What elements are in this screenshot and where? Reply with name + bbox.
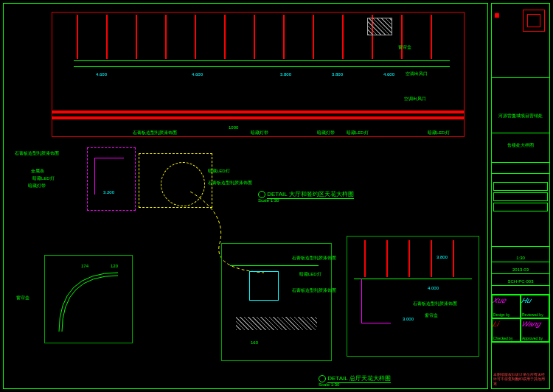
ann-left-2: 金属条 (31, 168, 44, 175)
sig-3-label: Checked by (493, 336, 519, 340)
joist (224, 15, 226, 59)
ann-strip-2: 暗藏灯带 (251, 130, 268, 136)
br-joist (386, 240, 388, 277)
ann-curtain-box: 窗帘盒 (398, 44, 411, 51)
tb-scale: 1:30 (492, 254, 549, 262)
sig-4-label: Approved by (522, 336, 548, 340)
tb-dwgno: SCH-PC-003 (492, 278, 549, 286)
ann-left-3: 暗藏LED灯 (32, 175, 55, 182)
bc-hatch (236, 317, 317, 330)
br-elev-1: 3.800 (437, 255, 448, 259)
bc-ann-2: 暗藏LED灯 (299, 271, 321, 278)
titleblock: 深圳市洪涛装饰工程有限公司 河源雷曼城项目营销处 售楼处大样图 1:30 201… (491, 3, 550, 389)
joist (401, 15, 403, 59)
left-profile (94, 158, 124, 158)
bl-arc (52, 265, 125, 339)
ann-strip-1: 暗藏灯带 (317, 130, 335, 136)
bl-dim-1: 174 (81, 264, 88, 268)
br-joist (364, 240, 366, 277)
joist (165, 15, 167, 59)
br-ann-2: 窗帘盒 (425, 312, 438, 319)
callout-gyp: 石膏板造型乳胶漆饰面 (208, 180, 252, 186)
br-joist (431, 240, 432, 277)
beam-bot (52, 116, 465, 119)
joist (254, 15, 255, 59)
left-profile (94, 158, 95, 195)
bl-dim-2: 120 (111, 264, 118, 268)
elev-1: 4.600 (96, 72, 107, 77)
dim-1000: 1000 (229, 125, 238, 130)
br-joist (408, 240, 410, 277)
main-title-text: DETAIL 大厅和签约区天花大样图 (267, 191, 353, 199)
ann-led-2: 暗藏LED灯 (347, 130, 369, 136)
ann-ac-1: 空调出风口 (406, 71, 428, 77)
br-line (354, 279, 472, 279)
ann-led-1: 暗藏LED灯 (428, 130, 450, 136)
ac-vent (367, 18, 392, 35)
br-ann-1: 石膏板造型乳胶漆饰面 (413, 301, 457, 307)
tb-disclaimer: 本图纸版权归设计单位所有未经许可不得复制翻印或用于其他用途 (493, 372, 548, 385)
joist (342, 15, 344, 59)
company-name: 深圳市洪涛装饰工程有限公司 (493, 10, 500, 76)
sig-2: Hu (521, 296, 549, 304)
sig-1-label: Design by (493, 312, 519, 317)
joist (77, 15, 78, 59)
joist (431, 15, 432, 59)
tb-sheet: 售楼处大样图 (492, 141, 549, 163)
elev-left: 3.200 (103, 190, 114, 195)
sig-4: Wang (521, 320, 549, 328)
bc-ann-1: 石膏板造型乳胶漆饰面 (292, 255, 336, 262)
sig-2-label: Reviewed by (522, 312, 548, 317)
joist (313, 15, 314, 59)
br-drop (361, 279, 362, 323)
joist (283, 15, 285, 59)
bc-dim-1: 160 (251, 340, 258, 345)
sig-3: Li (492, 320, 521, 328)
elev-3: 3.800 (280, 72, 291, 77)
ann-left-1: 石膏板造型乳胶漆饰面 (15, 150, 59, 157)
joist (106, 15, 108, 59)
br-drop2 (361, 323, 391, 323)
ceiling-line (74, 66, 450, 67)
br-elev-2: 4.000 (428, 286, 439, 290)
beam-top (52, 111, 465, 113)
elev-5: 4.600 (383, 72, 394, 77)
ann-ac-2: 空调出风口 (404, 96, 426, 102)
bc-frame (249, 271, 279, 301)
br-joist (453, 240, 454, 277)
ann-left-4: 暗藏灯带 (28, 183, 46, 189)
joist (195, 15, 196, 59)
joist (136, 15, 137, 59)
company-logo (523, 10, 545, 32)
elev-4: 3.800 (332, 72, 343, 77)
br-elev-3: 3.000 (403, 317, 414, 321)
br-detail-title: DETAIL 总厅天花大样图 Scale 1:30 (319, 374, 391, 387)
tb-project: 河源雷曼城项目营销处 (492, 111, 549, 133)
sig-1: Xue (492, 296, 521, 304)
bl-ann: 窗帘盒 (16, 295, 29, 301)
elev-2: 4.600 (192, 72, 203, 77)
callout-led: 暗藏LED灯 (208, 168, 230, 175)
br-detail-frame (347, 236, 479, 357)
ceiling-line (74, 60, 450, 61)
bc-profile (230, 265, 319, 266)
tb-date: 2013-03 (492, 266, 549, 274)
bc-ann-3: 石膏板造型乳胶漆饰面 (292, 287, 336, 294)
ann-gyp-1: 石膏板造型乳胶漆饰面 (133, 130, 177, 136)
